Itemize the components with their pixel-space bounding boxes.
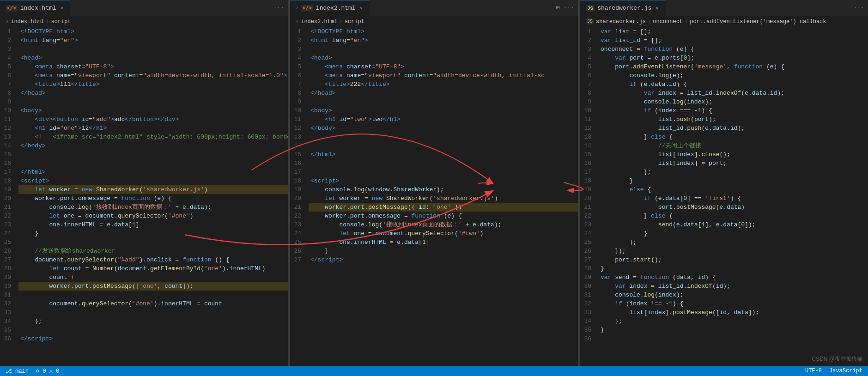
panel3-more[interactable]: ··· (854, 5, 868, 12)
line-content-11: <h1 id="two">two</h1> (309, 115, 578, 124)
line-number-6: 6 (290, 71, 309, 80)
line-content-25: }; (599, 238, 868, 247)
line-content-12: list_id.push(e.data.id); (599, 124, 868, 133)
line-content-4: <head> (309, 54, 578, 62)
code-line-26: 26 //发送数据给sharedworker (0, 247, 288, 255)
panel1-breadcrumb: › index.html › script (0, 16, 288, 27)
code-line-7: 7 if (e.data.id) { (580, 80, 868, 89)
line-number-24: 24 (290, 229, 309, 238)
line-content-16 (309, 159, 578, 168)
code-line-12: 12 <h1 id="one">12</h1> (0, 124, 288, 133)
line-number-16: 16 (0, 159, 18, 168)
panel3-code[interactable]: 1var list = [];2var list_id = [];3onconn… (580, 27, 868, 366)
line-content-27: </script> (309, 255, 578, 264)
code-line-32: 32 if (index !== -1) { (580, 299, 868, 308)
code-line-33: 33 list[index].postMessage([id, data]); (580, 308, 868, 317)
status-errors: ⊘ 0 △ 0 (36, 368, 59, 375)
panel1-tabs: </> index.html ✕ ··· (0, 0, 288, 16)
line-number-14: 14 (580, 141, 599, 150)
code-line-31: 31 console.log(index); (580, 291, 868, 299)
line-content-20: worker.port.onmessage = function (e) { (18, 194, 288, 203)
line-content-8: </head> (18, 89, 288, 97)
line-number-15: 15 (0, 150, 18, 159)
line-content-24: let one = document.querySelector('#two') (309, 229, 578, 238)
tab-index2-html[interactable]: › </> index2.html ✕ (290, 0, 370, 16)
line-content-14: </body> (18, 141, 288, 150)
line-content-27: document.querySelector("#add").onclick =… (18, 255, 288, 264)
code-line-7: 7 <title>111</title> (0, 80, 288, 89)
status-language: JavaScript (829, 368, 862, 374)
line-content-10: <body> (309, 106, 578, 115)
line-content-3 (18, 45, 288, 54)
line-number-8: 8 (0, 89, 18, 97)
code-line-4: 4<head> (290, 54, 578, 62)
line-content-12: </body> (309, 124, 578, 133)
line-content-15: list[index].close(); (599, 150, 868, 159)
breadcrumb-file1: index.html (11, 18, 44, 25)
line-number-22: 22 (0, 212, 18, 220)
line-content-21: console.log('接收到index页面的数据：' + e.data); (18, 203, 288, 212)
line-number-2: 2 (290, 36, 309, 45)
tab-index2-html-close[interactable]: ✕ (358, 5, 364, 12)
code-line-15: 15 list[index].close(); (580, 150, 868, 159)
line-content-7: <title>222</title> (309, 80, 578, 89)
line-content-6: console.log(e); (599, 71, 868, 80)
line-content-1: var list = []; (599, 27, 868, 36)
tab-sharedworker-js-label: sharedworker.js (597, 5, 651, 12)
line-number-10: 10 (0, 106, 18, 115)
line-content-22: let one = document.querySelector('#one') (18, 212, 288, 220)
line-content-17: }; (599, 168, 868, 176)
code-line-2: 2<html lang="en"> (0, 36, 288, 45)
line-content-16: list[index] = port; (599, 159, 868, 168)
line-content-28: } (599, 264, 868, 273)
line-number-19: 19 (290, 185, 309, 194)
code-line-5: 5 port.addEventListener('message', funct… (580, 62, 868, 71)
code-line-25: 25 (0, 238, 288, 247)
line-content-35: } (599, 326, 868, 334)
line-content-7: if (e.data.id) { (599, 80, 868, 89)
code-line-10: 10<body> (0, 106, 288, 115)
line-number-32: 32 (0, 299, 18, 308)
code-line-6: 6 <meta name="viewport" content="width=d… (0, 71, 288, 80)
panel1-code[interactable]: 1<!DOCTYPE html>2<html lang="en">34<head… (0, 27, 288, 366)
breadcrumb-sep2: › (339, 18, 342, 25)
line-number-31: 31 (0, 291, 18, 299)
line-number-22: 22 (290, 212, 309, 220)
code-line-26: 26 }); (580, 247, 868, 255)
tab-sharedworker-js[interactable]: JS sharedworker.js ✕ (580, 0, 666, 16)
code-line-20: 20 let worker = new SharedWorker('shared… (290, 194, 578, 203)
line-number-35: 35 (580, 326, 599, 334)
line-number-3: 3 (290, 45, 309, 54)
code-line-4: 4 var port = e.ports[0]; (580, 54, 868, 62)
line-content-16 (18, 159, 288, 168)
panel1-more[interactable]: ··· (273, 5, 288, 12)
tab-index-html-close[interactable]: ✕ (59, 5, 65, 12)
line-number-26: 26 (290, 247, 309, 255)
code-line-25: 25 one.innerHTML = e.data[1] (290, 238, 578, 247)
line-number-11: 11 (580, 115, 599, 124)
line-content-17: </html> (18, 168, 288, 176)
breadcrumb-js-icon: JS (586, 18, 594, 24)
line-number-23: 23 (290, 220, 309, 229)
code-line-17: 17 }; (580, 168, 868, 176)
line-number-14: 14 (0, 141, 18, 150)
line-number-20: 20 (0, 194, 18, 203)
code-line-10: 10 if (index === -1) { (580, 106, 868, 115)
code-line-31: 31 (0, 291, 288, 299)
panel2-code[interactable]: 1<!DOCTYPE html>2<html lang="en">34<head… (290, 27, 578, 366)
panel-index-html: </> index.html ✕ ··· › index.html › scri… (0, 0, 288, 366)
line-content-30: var index = list_id.indexOf(id); (599, 282, 868, 291)
line-number-13: 13 (580, 133, 599, 141)
line-content-9: console.log(index); (599, 97, 868, 106)
breadcrumb-file2: index2.html (301, 18, 337, 25)
code-line-14: 14</body> (0, 141, 288, 150)
panel2-controls[interactable]: ⊞ ··· (556, 4, 578, 12)
line-number-3: 3 (580, 45, 599, 54)
line-number-31: 31 (580, 291, 599, 299)
line-number-5: 5 (0, 62, 18, 71)
tab-sharedworker-js-close[interactable]: ✕ (654, 5, 660, 12)
code-line-21: 21 worker.port.postMessage({ id: 'one' }… (290, 203, 578, 212)
tab-index-html[interactable]: </> index.html ✕ (0, 0, 71, 16)
code-line-5: 5 <meta charset="UTF-8"> (290, 62, 578, 71)
panel3-breadcrumb: JS sharedworker.js › onconnect › port.ad… (580, 16, 868, 27)
